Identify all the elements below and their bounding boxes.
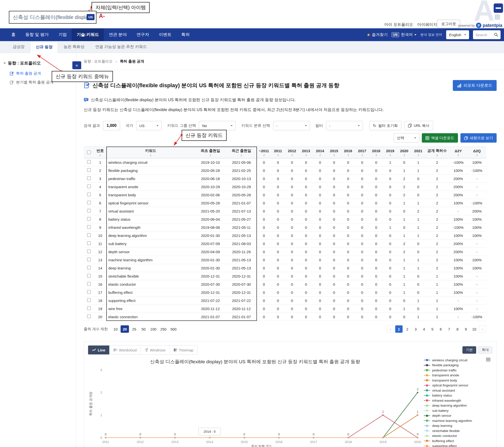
next-page-button[interactable]: › xyxy=(479,325,486,333)
page-number[interactable]: 8 xyxy=(454,325,461,333)
chart-tab-windrose[interactable]: Windrose xyxy=(141,346,170,354)
row-checkbox[interactable] xyxy=(87,184,91,188)
row-checkbox[interactable] xyxy=(87,225,91,229)
legend-item[interactable]: elastic conductor xyxy=(424,433,492,439)
row-checkbox[interactable] xyxy=(87,306,91,310)
legend-item[interactable]: optical fingerprint sensor xyxy=(424,383,492,388)
legend-item[interactable]: deep learning xyxy=(424,423,492,428)
legend-item[interactable]: wireless charging circuit xyxy=(424,358,492,363)
legend-item[interactable]: buffering effect xyxy=(424,438,492,444)
site-language-dropdown[interactable]: US 한국어 xyxy=(392,32,416,38)
legend-item[interactable]: pedestrian traffic xyxy=(424,368,492,373)
page-number[interactable]: 9 xyxy=(462,325,469,333)
column-header[interactable]: 공개 특허수 xyxy=(425,147,449,158)
legend-item[interactable]: infrared wavelength xyxy=(424,398,492,403)
legend-item[interactable]: supporting effect xyxy=(424,444,492,447)
row-checkbox[interactable] xyxy=(87,314,91,318)
column-header[interactable]: 2017 xyxy=(355,147,369,158)
column-header[interactable]: 2019 xyxy=(383,147,397,158)
nav-item[interactable]: 연관 분야 xyxy=(104,28,132,41)
favorites-button[interactable]: ★ 즐겨찾기 xyxy=(367,32,388,38)
row-checkbox[interactable] xyxy=(87,168,91,172)
row-checkbox[interactable] xyxy=(87,233,91,237)
limit-option[interactable]: 20 xyxy=(121,325,129,333)
legend-item[interactable]: depth sensor xyxy=(424,413,492,418)
legend-item[interactable]: stretchable flexible xyxy=(424,428,492,433)
legend-item[interactable]: transparent anode xyxy=(424,373,492,378)
row-checkbox[interactable] xyxy=(87,217,91,221)
nav-item[interactable]: 동향 및 평가 xyxy=(20,28,54,41)
row-checkbox[interactable] xyxy=(87,209,91,213)
open-new-window-button[interactable]: 새창으로 보기 xyxy=(460,133,497,143)
page-number[interactable]: 5 xyxy=(429,325,436,333)
chart-default-button[interactable]: 기본 xyxy=(462,346,476,354)
row-checkbox[interactable] xyxy=(87,258,91,261)
column-header[interactable]: 최근 출현일 xyxy=(226,147,257,158)
legend-item[interactable]: transparent body xyxy=(424,378,492,383)
row-checkbox[interactable] xyxy=(87,241,91,245)
select-dropdown[interactable]: 선택 xyxy=(394,133,419,143)
row-checkbox[interactable] xyxy=(87,282,91,286)
row-checkbox[interactable] xyxy=(87,250,91,253)
column-header[interactable]: 2016 xyxy=(341,147,355,158)
subnav-tab[interactable]: 높은 특화성 xyxy=(58,41,90,53)
nav-item[interactable]: 이벤트 xyxy=(154,28,177,41)
row-checkbox[interactable] xyxy=(87,201,91,204)
limit-option[interactable]: 250 xyxy=(159,325,168,333)
legend-item[interactable]: battery status xyxy=(424,393,492,398)
keyword-group-dropdown[interactable]: No xyxy=(199,121,236,130)
column-header[interactable]: 2013 xyxy=(299,147,313,158)
row-checkbox[interactable] xyxy=(87,160,91,164)
column-header[interactable]: 최초 출현일 xyxy=(195,147,226,158)
filter-dropdown[interactable]: - xyxy=(326,121,363,130)
page-number[interactable]: 2 xyxy=(404,325,411,333)
copy-url-button[interactable]: URL 복사 xyxy=(404,121,433,130)
prev-page-button[interactable]: ‹ xyxy=(387,325,394,333)
limit-option[interactable]: 10 xyxy=(111,325,120,333)
row-checkbox[interactable] xyxy=(87,298,91,302)
legend-item[interactable]: machine learning algorithm xyxy=(424,418,492,423)
page-number[interactable]: 1 xyxy=(395,325,403,333)
row-checkbox[interactable] xyxy=(87,176,91,180)
chart-tab-treemap[interactable]: Treemap xyxy=(170,346,197,354)
limit-option[interactable]: 50 xyxy=(139,325,148,333)
limit-option[interactable]: 25 xyxy=(130,325,138,333)
column-header[interactable]: 키워드 xyxy=(106,147,195,158)
column-header[interactable]: 2012 xyxy=(285,147,299,158)
filter-reset-button[interactable]: ↻ 필터 초기화 xyxy=(369,121,402,130)
keyword-class-dropdown[interactable]: - xyxy=(273,121,310,130)
subnav-tab[interactable]: 신규 등장 xyxy=(30,41,58,53)
subnav-tab[interactable]: 연결 가능성 높은 추천 키워드 xyxy=(90,41,152,53)
column-header[interactable]: Δ2Y xyxy=(449,147,468,158)
column-header[interactable]: 2011 xyxy=(271,147,285,158)
column-header[interactable]: 2015 xyxy=(327,147,341,158)
row-checkbox[interactable] xyxy=(87,266,91,270)
row-checkbox[interactable] xyxy=(87,290,91,294)
subnav-tab[interactable]: 급성장 xyxy=(7,41,30,53)
chart-enlarge-button[interactable]: 확대 xyxy=(478,346,492,354)
column-header[interactable]: 2018 xyxy=(369,147,383,158)
select-all-checkbox[interactable] xyxy=(87,151,91,154)
search-input[interactable]: Search xyxy=(473,30,501,39)
column-header[interactable]: 2014 xyxy=(313,147,327,158)
page-number[interactable]: 4 xyxy=(420,325,428,333)
column-header[interactable]: 번호 xyxy=(94,147,106,158)
column-header[interactable]: ~2011 xyxy=(257,147,271,158)
page-number[interactable]: 10 xyxy=(470,325,478,333)
legend-item[interactable]: flexible packaging xyxy=(424,363,492,368)
nav-item[interactable]: 특허 xyxy=(177,28,195,41)
nav-item[interactable]: 홈 xyxy=(6,28,20,41)
legend-menu-icon[interactable] xyxy=(486,358,490,361)
nav-item[interactable]: 기업 xyxy=(54,28,72,41)
excel-download-button[interactable]: 엑셀 다운로드 xyxy=(422,133,458,143)
legend-item[interactable]: deep learning algorithm xyxy=(424,403,492,408)
my-portfolio-link[interactable]: 마이 포트폴리오 xyxy=(384,22,413,27)
column-header[interactable]: 2021 xyxy=(411,147,425,158)
expand-triangle-icon[interactable] xyxy=(3,62,6,65)
row-checkbox[interactable] xyxy=(87,274,91,278)
page-number[interactable]: 6 xyxy=(437,325,444,333)
my-page-link[interactable]: 마이페이지 xyxy=(417,22,437,27)
chart-tab-line[interactable]: Line xyxy=(88,346,109,354)
country-dropdown[interactable]: US xyxy=(136,121,162,130)
row-checkbox[interactable] xyxy=(87,193,91,196)
